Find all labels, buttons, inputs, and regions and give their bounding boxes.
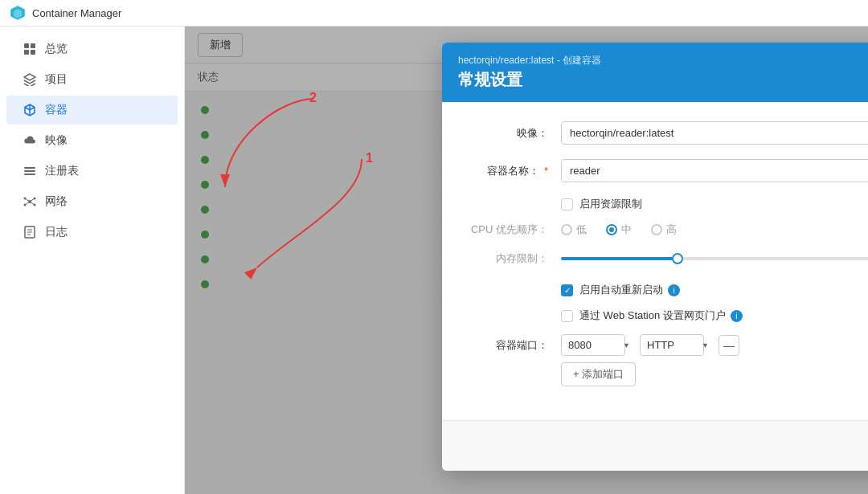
cpu-low-label: 低 [576,223,587,237]
sidebar-item-overview[interactable]: 总览 [6,35,178,63]
auto-restart-row: 启用自动重新启动 i [465,283,868,297]
memory-slider-wrapper: MB [561,248,868,268]
required-marker: * [544,165,548,177]
svg-rect-3 [31,43,35,48]
cloud-icon [23,133,37,148]
log-icon [23,225,37,239]
auto-restart-info-icon[interactable]: i [668,284,680,296]
port-label: 容器端口： [465,338,561,353]
port-select-wrapper: 8080 ▼ [561,334,633,356]
create-container-modal: hectorqin/reader:latest - 创建容器 常规设置 × 映像… [442,43,868,471]
auto-restart-label: 启用自动重新启动 i [579,283,680,297]
container-name-label: 容器名称： * [465,164,561,178]
svg-line-16 [25,202,30,205]
image-select[interactable]: hectorqin/reader:latest [561,121,868,145]
auto-restart-checkbox[interactable] [561,284,573,296]
cpu-priority-row: CPU 优先顺序： 低 中 [465,223,868,237]
web-station-row: 通过 Web Station 设置网页门户 i [465,308,868,323]
cpu-mid-option[interactable]: 中 [606,223,632,237]
cube-icon [23,103,37,117]
modal-header-text: hectorqin/reader:latest - 创建容器 常规设置 [458,54,601,91]
cpu-low-option[interactable]: 低 [561,223,587,237]
sidebar-item-log[interactable]: 日志 [6,218,178,247]
modal-title: 常规设置 [458,69,601,91]
svg-rect-5 [31,50,35,55]
image-label: 映像： [465,126,561,141]
app-title: Container Manager [32,7,121,19]
sidebar-item-project[interactable]: 项目 [6,65,178,94]
cpu-low-radio[interactable] [561,224,572,235]
cpu-radio-group: 低 中 高 [561,223,677,237]
svg-rect-2 [24,43,29,48]
image-select-wrapper: hectorqin/reader:latest ▼ [561,121,868,145]
title-bar: Container Manager [0,0,868,27]
svg-line-15 [30,198,35,202]
modal-subtitle: hectorqin/reader:latest - 创建容器 [458,54,601,67]
sidebar-item-registry-label: 注册表 [45,164,79,178]
resource-limit-row: 启用资源限制 [465,197,868,211]
cpu-mid-radio[interactable] [606,224,617,235]
web-station-label: 通过 Web Station 设置网页门户 i [579,308,743,323]
sidebar: 总览 项目 容器 [0,27,185,494]
svg-line-17 [30,202,35,205]
image-row: 映像： hectorqin/reader:latest ▼ [465,121,868,145]
sidebar-item-image[interactable]: 映像 [6,126,178,155]
sidebar-item-registry[interactable]: 注册表 [6,157,178,186]
svg-rect-6 [24,167,35,169]
svg-rect-4 [24,50,29,55]
svg-rect-7 [24,170,35,172]
sidebar-item-overview-label: 总览 [45,42,68,56]
web-station-checkbox[interactable] [561,310,573,322]
port-inputs: 8080 ▼ HTTP ▼ — [561,334,739,356]
image-select-container: hectorqin/reader:latest ▼ [561,121,868,145]
memory-slider-thumb[interactable] [672,253,683,264]
list-icon [23,164,37,178]
memory-label: 内存限制： [465,251,561,266]
protocol-select[interactable]: HTTP [640,334,704,356]
resource-limit-checkbox[interactable] [561,198,573,210]
remove-port-button[interactable]: — [719,335,739,356]
memory-slider-fill [561,257,678,260]
sidebar-item-network-label: 网络 [45,194,68,209]
content-area: 新增 状态 hectorqin/reader:latest - 创建容器 [185,27,868,494]
modal-footer: 下一步 [442,420,868,471]
svg-rect-8 [24,174,35,175]
layers-icon [23,72,37,87]
sidebar-item-network[interactable]: 网络 [6,187,178,216]
resource-limit-label: 启用资源限制 [579,197,642,211]
memory-slider-track [561,257,868,260]
network-icon [23,194,37,209]
protocol-select-wrapper: HTTP ▼ [640,334,712,356]
container-name-row: 容器名称： * [465,159,868,182]
modal-body: 映像： hectorqin/reader:latest ▼ [442,102,868,420]
add-port-button[interactable]: + 添加端口 [561,362,636,386]
port-section: 容器端口： 8080 ▼ HTTP [465,334,868,386]
cpu-high-option[interactable]: 高 [651,223,677,237]
sidebar-item-log-label: 日志 [45,225,68,239]
port-label-row: 容器端口： 8080 ▼ HTTP [465,334,868,356]
memory-limit-row: 内存限制： MB [465,248,868,268]
cpu-mid-label: 中 [621,223,632,237]
app-icon [10,5,26,21]
svg-line-14 [25,198,30,202]
sidebar-item-image-label: 映像 [45,133,68,148]
web-station-info-icon[interactable]: i [731,310,743,322]
container-name-input[interactable] [561,159,868,182]
cpu-high-radio[interactable] [651,224,662,235]
main-layout: 总览 项目 容器 [0,27,868,494]
sidebar-item-container-label: 容器 [45,103,68,117]
modal-header: hectorqin/reader:latest - 创建容器 常规设置 × [442,43,868,102]
grid-icon [23,42,37,56]
sidebar-item-project-label: 项目 [45,72,68,87]
port-value-select[interactable]: 8080 [561,334,625,356]
sidebar-item-container[interactable]: 容器 [6,96,178,125]
modal-overlay: hectorqin/reader:latest - 创建容器 常规设置 × 映像… [185,27,868,494]
cpu-label: CPU 优先顺序： [465,223,561,237]
cpu-high-label: 高 [666,223,677,237]
container-name-input-wrapper [561,159,868,182]
